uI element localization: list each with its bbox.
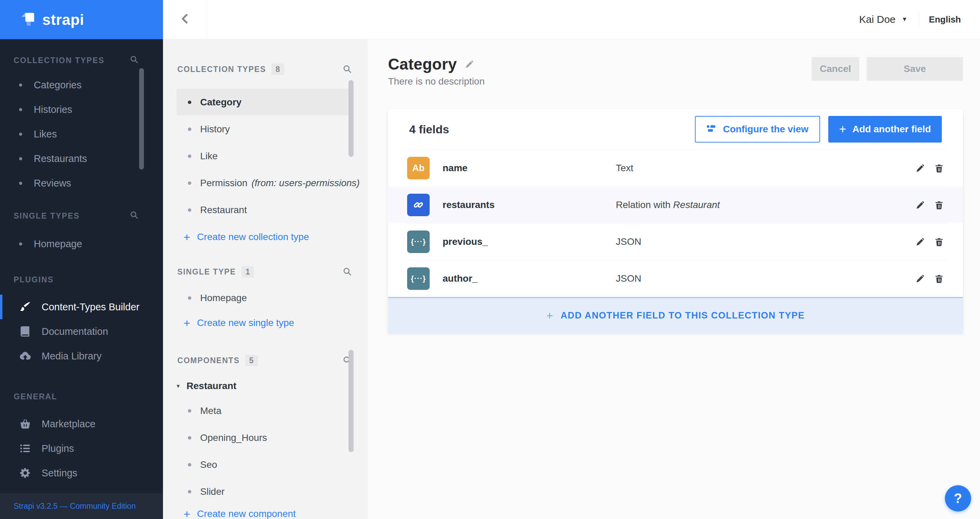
count-badge: 5 — [245, 355, 258, 366]
component-opening-hours[interactable]: Opening_Hours — [177, 424, 349, 451]
fields-card: 4 fields Configure the view + Add anothe… — [388, 109, 963, 333]
search-icon[interactable] — [342, 64, 352, 75]
sidebar-item-media-library[interactable]: Media Library — [0, 344, 163, 368]
plus-icon: + — [183, 231, 190, 244]
single-type-list: Homepage — [163, 284, 368, 311]
nav-single-list: Homepage — [0, 232, 163, 256]
back-button[interactable] — [163, 0, 207, 39]
bullet-icon — [188, 100, 191, 104]
json-field-icon: {···} — [407, 267, 430, 290]
field-row-previous: {···} previous_ JSON — [388, 223, 963, 260]
permission-source-note: (from: users-permissions) — [251, 178, 360, 189]
field-row-restaurants: restaurants Relation with Restaurant — [388, 186, 963, 223]
relation-field-icon — [407, 194, 430, 216]
collection-type-history[interactable]: History — [177, 116, 349, 143]
sidebar-item-histories[interactable]: Histories — [0, 97, 163, 122]
sidebar-scrollbar[interactable] — [139, 68, 144, 169]
single-type-header: SINGLE TYPE 1 — [177, 266, 352, 277]
delete-field-icon[interactable] — [934, 237, 944, 247]
delete-field-icon[interactable] — [934, 163, 944, 173]
field-name: author_ — [442, 273, 616, 284]
nav-collection-list: Categories Histories Likes Restaurants R… — [0, 73, 163, 196]
sidebar-item-reviews[interactable]: Reviews — [0, 171, 163, 196]
plus-icon: + — [546, 309, 553, 322]
collection-type-permission[interactable]: Permission(from: users-permissions) — [177, 169, 349, 196]
language-selector[interactable]: English — [929, 14, 961, 25]
field-type: JSON — [616, 273, 915, 284]
component-slider[interactable]: Slider — [177, 478, 349, 505]
delete-field-icon[interactable] — [934, 200, 944, 210]
question-mark-icon: ? — [954, 491, 962, 506]
caret-down-icon: ▼ — [902, 16, 907, 23]
field-name: previous_ — [442, 236, 616, 247]
edit-title-icon[interactable] — [465, 59, 475, 69]
topbar: Kai Doe ▼ English — [163, 0, 980, 39]
plus-icon: + — [839, 122, 846, 136]
delete-field-icon[interactable] — [934, 274, 944, 284]
page-description: There is no description — [388, 76, 485, 87]
component-meta[interactable]: Meta — [177, 397, 349, 424]
strapi-logo-icon — [19, 10, 37, 29]
bullet-icon — [188, 127, 191, 131]
fields-card-header: 4 fields Configure the view + Add anothe… — [388, 109, 963, 150]
field-row-author: {···} author_ JSON — [388, 260, 963, 297]
nav-section-collection-types: COLLECTION TYPES — [14, 55, 138, 66]
collection-type-like[interactable]: Like — [177, 143, 349, 169]
sidebar-item-marketplace[interactable]: Marketplace — [0, 412, 163, 436]
user-menu[interactable]: Kai Doe ▼ — [859, 14, 908, 25]
edit-field-icon[interactable] — [915, 237, 926, 247]
chevron-left-icon — [179, 13, 191, 26]
strapi-logo-text: strapi — [42, 11, 84, 28]
collection-types-header: COLLECTION TYPES 8 — [177, 64, 352, 75]
edit-field-icon[interactable] — [915, 163, 926, 173]
main-sidebar: strapi COLLECTION TYPES Categories Histo… — [0, 0, 163, 519]
bullet-icon — [19, 133, 22, 136]
bullet-icon — [188, 463, 191, 466]
components-scrollbar[interactable] — [348, 350, 353, 452]
collection-type-category[interactable]: Category — [177, 89, 349, 116]
component-seo[interactable]: Seo — [177, 451, 349, 478]
sidebar-item-likes[interactable]: Likes — [0, 122, 163, 146]
search-icon[interactable] — [342, 267, 352, 277]
create-single-type-link[interactable]: + Create new single type — [163, 314, 368, 332]
configure-view-button[interactable]: Configure the view — [695, 116, 820, 143]
bullet-icon — [188, 296, 191, 300]
cancel-button[interactable]: Cancel — [811, 57, 859, 81]
add-field-footer-button[interactable]: + ADD ANOTHER FIELD TO THIS COLLECTION T… — [388, 297, 963, 333]
text-field-icon: Ab — [407, 157, 430, 179]
components-header: COMPONENTS 5 — [177, 355, 352, 366]
save-button[interactable]: Save — [867, 57, 963, 81]
create-component-link[interactable]: + Create new component — [163, 505, 368, 519]
sidebar-item-content-types-builder[interactable]: Content-Types Builder — [0, 295, 163, 319]
caret-down-icon: ▾ — [177, 382, 180, 390]
component-group-restaurant[interactable]: ▾ Restaurant — [163, 376, 368, 396]
cloud-upload-icon — [19, 350, 33, 362]
logo-bar[interactable]: strapi — [0, 0, 163, 39]
collection-types-list: Category History Like Permission(from: u… — [163, 89, 368, 223]
main-content: Category There is no description Cancel … — [368, 39, 980, 519]
bullet-icon — [19, 157, 22, 160]
collection-type-restaurant[interactable]: Restaurant — [177, 196, 349, 223]
sidebar-item-settings[interactable]: Settings — [0, 461, 163, 485]
builder-sidebar-scrollbar[interactable] — [348, 80, 353, 157]
sidebar-item-homepage[interactable]: Homepage — [0, 232, 163, 256]
bullet-icon — [19, 182, 22, 185]
add-field-button[interactable]: + Add another field — [828, 116, 942, 143]
single-type-homepage[interactable]: Homepage — [177, 284, 349, 311]
bullet-icon — [188, 490, 191, 494]
json-field-icon: {···} — [407, 231, 430, 253]
create-collection-type-link[interactable]: + Create new collection type — [163, 228, 368, 246]
builder-sidebar: COLLECTION TYPES 8 Category History Like… — [163, 39, 368, 519]
main-header: Category There is no description Cancel … — [388, 39, 963, 87]
sidebar-item-documentation[interactable]: Documentation — [0, 319, 163, 344]
version-footer[interactable]: Strapi v3.2.5 — Community Edition — [0, 493, 163, 519]
edit-field-icon[interactable] — [915, 200, 926, 210]
help-button[interactable]: ? — [945, 485, 971, 511]
sidebar-item-restaurants[interactable]: Restaurants — [0, 146, 163, 171]
search-icon[interactable] — [130, 210, 138, 221]
edit-field-icon[interactable] — [915, 274, 926, 284]
sidebar-item-plugins[interactable]: Plugins — [0, 436, 163, 461]
search-icon[interactable] — [130, 55, 138, 66]
sidebar-item-categories[interactable]: Categories — [0, 73, 163, 97]
plus-icon: + — [183, 508, 190, 519]
